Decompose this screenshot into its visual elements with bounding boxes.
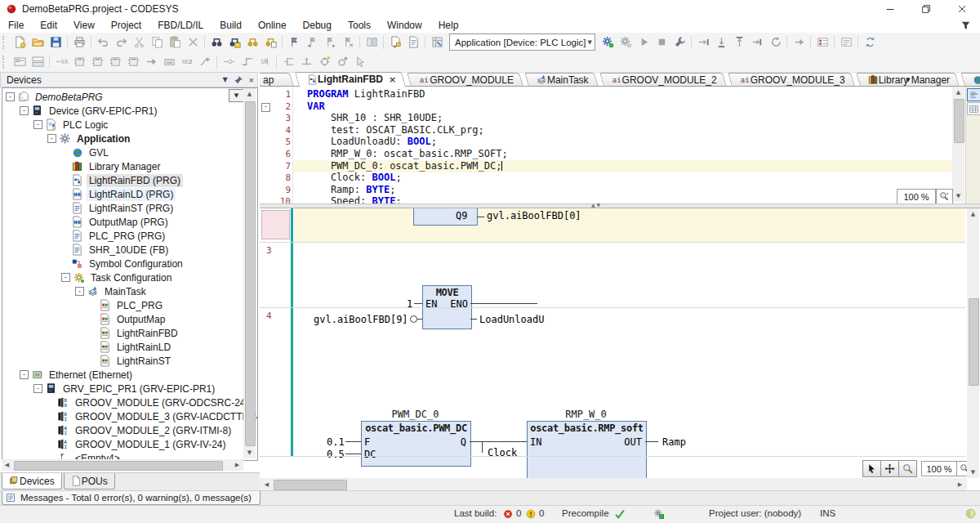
insert-operator-icon[interactable] bbox=[124, 54, 142, 70]
menu-view[interactable]: View bbox=[65, 19, 103, 32]
logout-icon[interactable] bbox=[617, 34, 635, 51]
insert-branch-above-icon[interactable] bbox=[297, 54, 315, 70]
insert-network-icon[interactable] bbox=[11, 54, 29, 70]
tree-item[interactable]: LightRainLD (PRG) bbox=[61, 187, 176, 201]
redo-icon[interactable] bbox=[112, 34, 130, 51]
tree-item[interactable]: -GRV_EPIC_PR1 (GRV-EPIC-PR1) bbox=[33, 382, 217, 396]
editor-tab-ap[interactable]: ap bbox=[260, 73, 294, 87]
decl-scroll-down[interactable]: ▼ bbox=[952, 190, 964, 202]
menu-help[interactable]: Help bbox=[430, 19, 467, 32]
tree-scroll-left[interactable]: ◀ bbox=[2, 459, 12, 471]
negate-icon[interactable] bbox=[220, 54, 238, 70]
build-icon[interactable] bbox=[428, 34, 446, 51]
tree-item[interactable]: -Task Configuration bbox=[61, 270, 174, 284]
tree-item[interactable]: -Device (GRV-EPIC-PR1) bbox=[20, 104, 159, 118]
tree-item[interactable]: LightRainFBD (PRG) bbox=[61, 173, 183, 187]
editor-tab-groovmodule[interactable]: aiGROOV_MODULE bbox=[411, 73, 523, 87]
tree-expander[interactable]: - bbox=[20, 370, 29, 379]
fbd-zoom-tool[interactable] bbox=[898, 460, 917, 477]
fbd-instance-name[interactable]: PWM_DC_0 bbox=[361, 409, 470, 420]
single-cycle-icon[interactable] bbox=[670, 34, 688, 51]
new-pou-icon[interactable] bbox=[386, 34, 404, 51]
decl-vscroll-thumb[interactable] bbox=[954, 99, 964, 143]
reset-icon[interactable] bbox=[766, 34, 784, 51]
editor-tab-librarymanager[interactable]: Library Manager bbox=[860, 73, 960, 87]
network-margin-selection[interactable] bbox=[261, 210, 290, 239]
fbd-operand[interactable]: Q9 bbox=[456, 210, 467, 221]
tree-root-dropdown[interactable]: ▼ bbox=[229, 89, 244, 102]
step-out-icon[interactable] bbox=[730, 34, 748, 51]
close-button[interactable] bbox=[944, 0, 980, 18]
decl-scroll-up[interactable]: ▲ bbox=[952, 87, 964, 97]
stop-icon[interactable] bbox=[653, 34, 670, 51]
new-project-icon[interactable] bbox=[11, 34, 29, 51]
fbd-scroll-up[interactable]: ▲ bbox=[967, 208, 979, 220]
declaration-editor[interactable]: 1PROGRAM LightRainFBD-2VAR3 SHR_10 : SHR… bbox=[260, 87, 952, 203]
compare-icon[interactable] bbox=[363, 34, 381, 51]
menu-tools[interactable]: Tools bbox=[340, 19, 379, 32]
fbd-operand[interactable]: gvl.aiBoolFBD[0] bbox=[487, 210, 581, 221]
step-over-icon[interactable] bbox=[694, 34, 712, 51]
tree-scroll-right[interactable]: ▶ bbox=[232, 459, 243, 471]
fbd-instance-name[interactable]: RMP_W_0 bbox=[527, 409, 645, 420]
tree-expander[interactable]: - bbox=[33, 384, 42, 393]
replace-in-project-icon[interactable] bbox=[261, 34, 279, 51]
tree-item[interactable]: AIGROOV_MODULE_2 (GRV-ITMI-8) bbox=[47, 423, 234, 437]
restore-button[interactable] bbox=[908, 0, 944, 18]
tree-item[interactable]: GVL bbox=[61, 145, 111, 159]
replace-icon[interactable] bbox=[225, 34, 243, 51]
filter-funnel-icon[interactable] bbox=[960, 20, 972, 34]
tree-expander[interactable]: - bbox=[61, 273, 70, 282]
fbd-block-fragment[interactable] bbox=[413, 208, 478, 226]
print-icon[interactable] bbox=[70, 34, 88, 51]
tree-item[interactable]: LightRainST bbox=[89, 354, 173, 368]
menu-edit[interactable]: Edit bbox=[32, 19, 65, 32]
tree-scroll-up[interactable]: ▲ bbox=[243, 88, 256, 100]
breakpoints-icon[interactable] bbox=[813, 34, 831, 51]
tree-hscroll-thumb[interactable] bbox=[14, 461, 223, 471]
tree-item[interactable]: DIGROOV_MODULE_3 (GRV-IACDCTTL-24) bbox=[47, 409, 258, 423]
tree-expander[interactable]: - bbox=[75, 287, 84, 296]
fbd-operand[interactable]: 0.5 bbox=[327, 449, 345, 460]
bookmark-prev-icon[interactable] bbox=[303, 34, 321, 51]
insert-empty-box-icon[interactable] bbox=[88, 54, 106, 70]
watch-icon[interactable] bbox=[837, 34, 855, 51]
fbd-operand[interactable]: Ramp bbox=[662, 436, 686, 448]
insert-label-icon[interactable] bbox=[160, 54, 178, 70]
close-icon[interactable]: × bbox=[249, 75, 254, 85]
run-to-cursor-icon[interactable] bbox=[748, 34, 766, 51]
insert-input-icon[interactable] bbox=[142, 54, 160, 70]
editor-tab-maintask[interactable]: MainTask bbox=[528, 73, 599, 87]
tree-item[interactable]: OutputMap (PRG) bbox=[61, 215, 171, 229]
repair-icon[interactable] bbox=[333, 54, 351, 70]
splitter-arrows-icon[interactable]: ▲▼ bbox=[591, 202, 602, 208]
menu-window[interactable]: Window bbox=[379, 19, 430, 32]
find-in-project-icon[interactable] bbox=[243, 34, 261, 51]
panel-menu-icon[interactable]: ▼ bbox=[222, 76, 227, 83]
fold-marker[interactable]: - bbox=[261, 103, 270, 112]
insert-assignment-icon[interactable]: VAR bbox=[52, 54, 70, 70]
tree-vscroll-thumb[interactable] bbox=[245, 101, 256, 446]
copy-icon[interactable] bbox=[148, 34, 166, 51]
editor-tab-lightrainfbd[interactable]: LightRainFBD× bbox=[299, 72, 406, 87]
insert-branch-icon[interactable] bbox=[279, 54, 297, 70]
menu-file[interactable]: File bbox=[0, 19, 32, 32]
start-icon[interactable] bbox=[635, 34, 653, 51]
paste-icon[interactable] bbox=[166, 34, 184, 51]
step-into-icon[interactable] bbox=[712, 34, 730, 51]
tree-item[interactable]: -PLC Logic bbox=[33, 118, 110, 132]
insert-box-icon[interactable] bbox=[70, 54, 88, 70]
menu-build[interactable]: Build bbox=[212, 19, 250, 32]
find-icon[interactable] bbox=[207, 34, 225, 51]
tree-expander[interactable]: - bbox=[6, 92, 15, 101]
open-project-icon[interactable] bbox=[29, 34, 47, 51]
fbd-block[interactable]: oscat_basic.RMP_soft bbox=[527, 421, 647, 478]
editor-scroll-left[interactable]: ◀ bbox=[261, 479, 272, 489]
bookmark-clear-icon[interactable] bbox=[339, 34, 357, 51]
tree-item[interactable]: -MainTask bbox=[75, 284, 149, 298]
fbd-vscroll-thumb[interactable] bbox=[969, 298, 979, 386]
fbd-operand[interactable]: gvl.aiBoolFBD[9] bbox=[314, 314, 408, 325]
set-reset-icon[interactable]: SR bbox=[256, 54, 274, 70]
fbd-editor[interactable]: Q9gvl.aiBoolFBD[0]3MOVEENENO1gvl.aiBoolF… bbox=[260, 208, 965, 478]
fbd-scroll-down[interactable]: ▼ bbox=[967, 467, 979, 478]
